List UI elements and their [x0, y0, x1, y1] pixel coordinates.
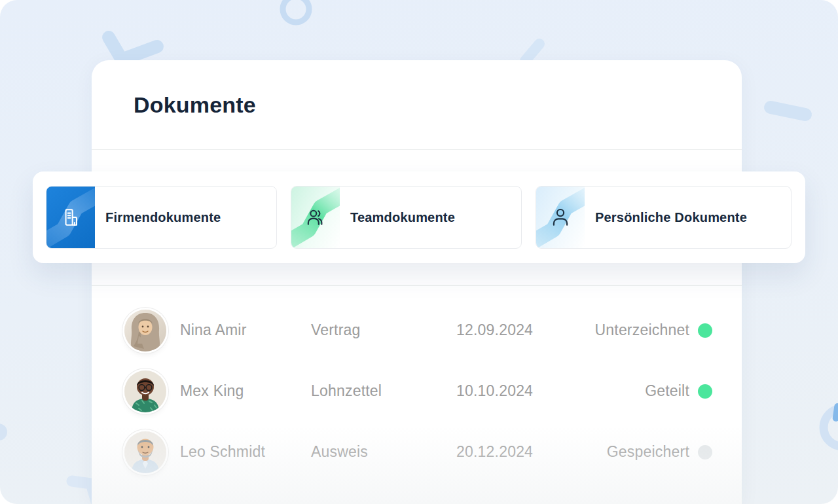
- tab-label: Persönliche Dokumente: [585, 210, 747, 225]
- avatar: [124, 431, 166, 473]
- user-icon: [549, 206, 572, 228]
- documents-card: Dokumente: [92, 60, 742, 504]
- ring-shape-icon: [824, 408, 838, 446]
- status: Geteilt: [645, 382, 712, 400]
- status-label: Gespeichert: [607, 443, 689, 461]
- document-type: Ausweis: [311, 443, 456, 461]
- dash-shape-icon: [832, 403, 838, 422]
- status: Unterzeichnet: [594, 321, 712, 339]
- document-type: Lohnzettel: [311, 382, 456, 400]
- avatar: [124, 310, 166, 351]
- tab-label: Firmendokumente: [95, 210, 221, 225]
- tab-icon-tile: [291, 187, 340, 248]
- tab-firmendokumente[interactable]: Firmendokumente: [46, 186, 277, 249]
- tab-teamdokumente[interactable]: Teamdokumente: [291, 186, 522, 249]
- status-label: Geteilt: [645, 382, 689, 400]
- users-icon: [304, 206, 327, 228]
- tab-icon-tile: [536, 187, 585, 248]
- status-dot-icon: [698, 384, 712, 399]
- ring-shape-icon: [283, 0, 309, 22]
- avatar: [124, 370, 166, 412]
- status-dot-icon: [698, 445, 712, 459]
- tab-icon-tile: [46, 187, 95, 248]
- document-category-tabs: Firmendokumente Teamdokument: [33, 171, 805, 263]
- document-date: 10.10.2024: [456, 382, 645, 400]
- employee-name: Nina Amir: [180, 321, 311, 339]
- status: Gespeichert: [607, 443, 712, 461]
- employee-name: Mex King: [180, 382, 311, 400]
- page-title: Dokumente: [134, 92, 256, 118]
- building-icon: [60, 206, 82, 228]
- page-background: Dokumente: [0, 0, 838, 504]
- table-row[interactable]: Nina Amir Vertrag 12.09.2024 Unterzeichn…: [124, 300, 712, 361]
- status-dot-icon: [698, 323, 712, 338]
- checkmark-shape-icon: [109, 37, 157, 60]
- dash-shape-icon: [771, 107, 805, 115]
- document-date: 20.12.2024: [456, 443, 607, 461]
- tab-persoenliche-dokumente[interactable]: Persönliche Dokumente: [536, 186, 792, 249]
- status-label: Unterzeichnet: [594, 321, 689, 339]
- dot-shape-icon: [0, 423, 7, 441]
- document-date: 12.09.2024: [456, 321, 594, 339]
- documents-table: Nina Amir Vertrag 12.09.2024 Unterzeichn…: [92, 285, 742, 482]
- card-header: Dokumente: [92, 60, 742, 149]
- document-type: Vertrag: [311, 321, 456, 339]
- header-divider: [92, 149, 742, 150]
- table-row[interactable]: Mex King Lohnzettel 10.10.2024 Geteilt: [124, 361, 712, 422]
- table-row[interactable]: Leo Schmidt Ausweis 20.12.2024 Gespeiche…: [124, 422, 712, 482]
- employee-name: Leo Schmidt: [180, 443, 311, 461]
- tab-label: Teamdokumente: [340, 210, 455, 225]
- dash-shape-icon: [525, 44, 539, 61]
